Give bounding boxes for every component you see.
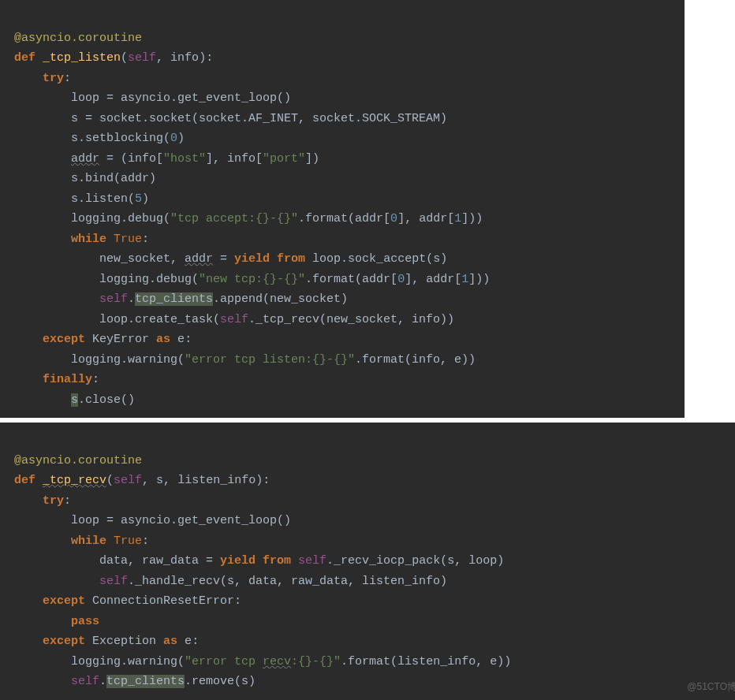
line: @asyncio.coroutine — [14, 32, 142, 45]
line: self.tcp_clients.remove(s) — [14, 675, 256, 688]
line: self._handle_recv(s, data, raw_data, lis… — [14, 575, 447, 588]
code-block-1: @asyncio.coroutine def _tcp_listen(self,… — [0, 0, 685, 418]
line: try: — [14, 494, 71, 508]
line: @asyncio.coroutine — [14, 454, 142, 467]
watermark: @51CTO博客 — [687, 679, 735, 694]
line: s = socket.socket(socket.AF_INET, socket… — [14, 112, 447, 125]
line: except Exception as e: — [14, 635, 199, 648]
line: try: — [14, 72, 71, 85]
line: s.setblocking(0) — [14, 132, 185, 145]
line: logging.warning("error tcp recv:{}-{}".f… — [14, 655, 511, 668]
line: s.close() — [14, 393, 135, 407]
line: loop = asyncio.get_event_loop() — [14, 514, 291, 527]
line: loop.create_task(self._tcp_recv(new_sock… — [14, 313, 454, 326]
line: logging.warning("error tcp listen:{}-{}"… — [14, 353, 476, 367]
line: except KeyError as e: — [14, 333, 192, 346]
line: while True: — [14, 534, 149, 548]
line: s.listen(5) — [14, 192, 149, 206]
line: pass — [14, 615, 99, 628]
line: addr = (info["host"], info["port"]) — [14, 152, 319, 166]
line: def _tcp_listen(self, info): — [14, 51, 213, 65]
line: loop = asyncio.get_event_loop() — [14, 91, 291, 105]
line: data, raw_data = yield from self._recv_i… — [14, 554, 504, 568]
line: logging.debug("new tcp:{}-{}".format(add… — [14, 273, 490, 286]
line: logging.debug("tcp accept:{}-{}".format(… — [14, 212, 483, 225]
line: self.tcp_clients.append(new_socket) — [14, 292, 348, 306]
line: s.bind(addr) — [14, 172, 156, 185]
decorator: @asyncio.coroutine — [14, 454, 142, 467]
line: while True: — [14, 233, 149, 246]
line: except ConnectionResetError: — [14, 594, 241, 608]
decorator: @asyncio.coroutine — [14, 32, 142, 45]
line: new_socket, addr = yield from loop.sock_… — [14, 252, 447, 266]
line: def _tcp_recv(self, s, listen_info): — [14, 474, 270, 487]
code-block-2: @asyncio.coroutine def _tcp_recv(self, s… — [0, 423, 735, 700]
line: finally: — [14, 373, 99, 386]
